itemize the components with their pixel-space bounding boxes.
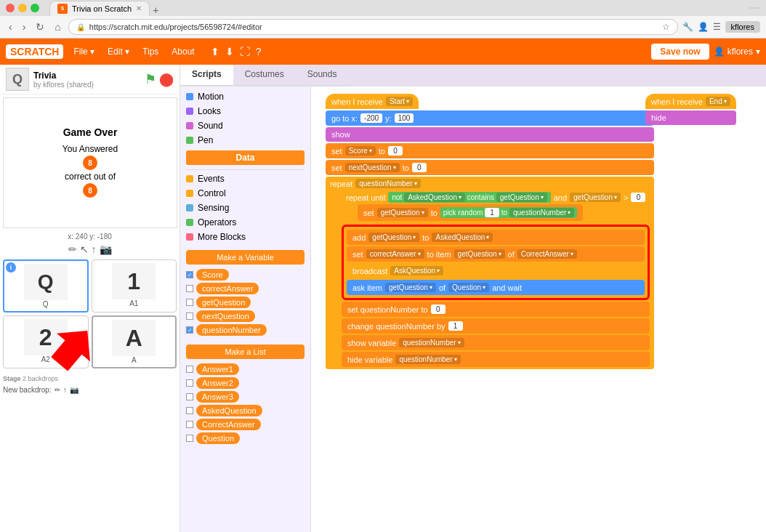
user-dropdown[interactable]: ▾ bbox=[756, 47, 760, 57]
repeat-block[interactable]: repeat questionNumber repeat until bbox=[326, 177, 654, 369]
broadcast-block[interactable]: broadcast AskQuestion bbox=[347, 263, 645, 278]
window-controls[interactable] bbox=[6, 4, 39, 12]
forward-button[interactable]: › bbox=[20, 20, 29, 34]
menu-file[interactable]: File ▾ bbox=[68, 44, 100, 60]
qnum-dropdown[interactable]: questionNumber bbox=[509, 208, 574, 217]
camera-tool[interactable]: 📷 bbox=[100, 243, 112, 255]
cat-pen[interactable]: Pen bbox=[180, 133, 310, 148]
correctanswer-dropdown[interactable]: CorrectAnswer bbox=[517, 249, 577, 259]
getq-set-dropdown[interactable]: getQuestion bbox=[377, 208, 428, 217]
upload-sprite[interactable]: ↑ bbox=[92, 243, 97, 255]
set-next-block[interactable]: set nextQuestion to 0 bbox=[326, 160, 654, 175]
getq-pill[interactable]: getQuestion bbox=[196, 297, 251, 308]
asked-dropdown[interactable]: AskedQuestion bbox=[404, 193, 465, 202]
show-var-block[interactable]: show variable questionNumber bbox=[342, 335, 650, 350]
getq-add-dropdown[interactable]: getQuestion bbox=[368, 233, 419, 242]
home-button[interactable]: ⌂ bbox=[52, 20, 63, 34]
set-getq-block[interactable]: set getQuestion to pick random 1 to ques… bbox=[358, 204, 583, 221]
cat-control[interactable]: Control bbox=[180, 186, 310, 201]
save-button[interactable]: Save now bbox=[651, 44, 709, 60]
answer3-pill[interactable]: Answer3 bbox=[196, 391, 239, 403]
cat-sound[interactable]: Sound bbox=[180, 118, 310, 133]
extensions-icon[interactable]: 🔧 bbox=[682, 22, 693, 32]
start-dropdown[interactable]: Start bbox=[386, 97, 413, 106]
next-checkbox[interactable] bbox=[186, 313, 193, 320]
question-dropdown[interactable]: Question bbox=[448, 283, 489, 292]
correct-set-dropdown[interactable]: correctAnswer bbox=[366, 249, 424, 259]
cat-operators[interactable]: Operators bbox=[180, 215, 310, 230]
camera-backdrop-icon[interactable]: 📷 bbox=[70, 386, 78, 394]
make-variable-button[interactable]: Make a Variable bbox=[186, 250, 305, 265]
next-pill[interactable]: nextQuestion bbox=[196, 310, 255, 322]
show-block[interactable]: show bbox=[326, 127, 654, 142]
answer1-checkbox[interactable] bbox=[186, 366, 193, 373]
sprite-item-a2[interactable]: 2 A2 bbox=[3, 315, 89, 368]
qnum-val[interactable]: 0 bbox=[431, 305, 446, 314]
score-pill[interactable]: Score bbox=[196, 269, 229, 281]
when-receive-start-block[interactable]: when I receive Start bbox=[326, 94, 654, 109]
zero-input[interactable]: 0 bbox=[631, 193, 645, 202]
profile-icon[interactable]: 👤 bbox=[698, 22, 709, 32]
answer2-pill[interactable]: Answer2 bbox=[196, 377, 239, 389]
sprite-item-q[interactable]: i Q Q bbox=[3, 259, 89, 313]
cat-events[interactable]: Events bbox=[180, 172, 310, 186]
green-flag-button[interactable]: ⚑ bbox=[145, 71, 156, 87]
sprite-item-a1[interactable]: 1 A1 bbox=[92, 259, 177, 313]
change-val[interactable]: 1 bbox=[448, 321, 463, 331]
score-var-dropdown[interactable]: Score bbox=[345, 146, 376, 156]
tab-close-btn[interactable]: ✕ bbox=[136, 4, 142, 12]
username[interactable]: kflores bbox=[727, 47, 753, 57]
stop-button[interactable]: ⬤ bbox=[159, 71, 174, 87]
go-to-block[interactable]: go to x: -200 y: 100 bbox=[326, 110, 654, 126]
correctanswer-checkbox[interactable] bbox=[186, 421, 193, 428]
hide-var-dropdown[interactable]: questionNumber bbox=[395, 355, 460, 364]
getq-item-dropdown[interactable]: getQuestion bbox=[454, 249, 505, 259]
url-bar[interactable]: 🔒 https://scratch.mit.edu/projects/56598… bbox=[68, 19, 678, 35]
data-category-block[interactable]: Data bbox=[183, 149, 307, 166]
question-pill[interactable]: Question bbox=[196, 432, 240, 444]
answer3-checkbox[interactable] bbox=[186, 393, 193, 400]
asked-pill[interactable]: AskedQuestion bbox=[196, 405, 262, 416]
close-dot[interactable] bbox=[6, 4, 15, 12]
correct-checkbox[interactable] bbox=[186, 285, 193, 292]
getq-ask-dropdown[interactable]: getQuestion bbox=[385, 283, 436, 292]
qnum-checkbox[interactable]: ✓ bbox=[186, 326, 193, 334]
menu-tips[interactable]: Tips bbox=[137, 44, 164, 60]
score-val[interactable]: 0 bbox=[388, 146, 403, 156]
repeat-until-block[interactable]: repeat until not AskedQuestion contains … bbox=[342, 190, 650, 223]
qnum-pill[interactable]: questionNumber bbox=[196, 324, 267, 336]
expand-icon[interactable]: ⛶ bbox=[240, 46, 250, 57]
tab-sounds[interactable]: Sounds bbox=[296, 65, 349, 85]
menu-icon[interactable]: ☰ bbox=[713, 22, 721, 32]
when-receive-end-block[interactable]: when I receive End bbox=[645, 94, 736, 109]
hide-block[interactable]: hide bbox=[645, 110, 736, 125]
set-qnum-block[interactable]: set questionNumber to 0 bbox=[342, 302, 650, 317]
sprite-item-stage[interactable]: A A bbox=[92, 315, 177, 368]
minimize-dot[interactable] bbox=[18, 4, 27, 12]
user-button[interactable]: kflores bbox=[725, 21, 760, 33]
hide-var-block[interactable]: hide variable questionNumber bbox=[342, 352, 650, 367]
cat-looks[interactable]: Looks bbox=[180, 104, 310, 118]
tab-costumes[interactable]: Costumes bbox=[233, 65, 296, 85]
window-button[interactable] bbox=[749, 7, 760, 9]
answer1-pill[interactable]: Answer1 bbox=[196, 363, 239, 375]
paint-backdrop-icon[interactable]: ✏ bbox=[55, 386, 60, 394]
upload-backdrop-icon[interactable]: ↑ bbox=[63, 386, 67, 394]
refresh-button[interactable]: ↻ bbox=[33, 20, 47, 34]
correct-pill[interactable]: correctAnswer bbox=[196, 283, 259, 294]
score-checkbox[interactable]: ✓ bbox=[186, 271, 193, 278]
cat-more[interactable]: More Blocks bbox=[180, 230, 310, 244]
correctanswer-pill[interactable]: CorrectAnswer bbox=[196, 419, 261, 430]
bookmark-star[interactable]: ☆ bbox=[662, 22, 670, 32]
change-qnum-block[interactable]: change questionNumber by 1 bbox=[342, 318, 650, 334]
menu-edit[interactable]: Edit ▾ bbox=[102, 44, 135, 60]
repeat-var-dropdown[interactable]: questionNumber bbox=[355, 179, 420, 188]
set-score-block[interactable]: set Score to 0 bbox=[326, 143, 654, 158]
answer2-checkbox[interactable] bbox=[186, 379, 193, 387]
make-list-button[interactable]: Make a List bbox=[186, 344, 305, 359]
getq-checkbox[interactable] bbox=[186, 299, 193, 306]
asked-checkbox[interactable] bbox=[186, 407, 193, 414]
end-dropdown[interactable]: End bbox=[706, 97, 730, 106]
cat-sensing[interactable]: Sensing bbox=[180, 201, 310, 215]
question-checkbox[interactable] bbox=[186, 435, 193, 442]
